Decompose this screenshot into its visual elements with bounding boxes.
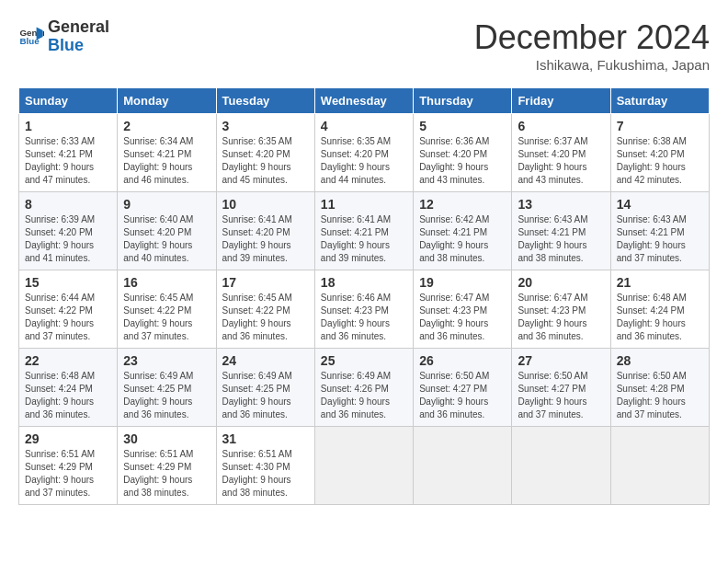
day-number: 31 <box>222 431 309 446</box>
day-number: 27 <box>518 353 604 368</box>
calendar-cell: 19 Sunrise: 6:47 AMSunset: 4:23 PMDaylig… <box>414 270 512 349</box>
day-info: Sunrise: 6:42 AMSunset: 4:21 PMDaylight:… <box>419 214 489 263</box>
day-number: 16 <box>123 275 210 290</box>
calendar-cell: 23 Sunrise: 6:49 AMSunset: 4:25 PMDaylig… <box>118 349 216 427</box>
day-number: 13 <box>518 197 604 212</box>
day-info: Sunrise: 6:44 AMSunset: 4:22 PMDaylight:… <box>25 293 95 341</box>
day-number: 7 <box>617 119 703 133</box>
col-saturday: Saturday <box>610 88 709 114</box>
day-info: Sunrise: 6:47 AMSunset: 4:23 PMDaylight:… <box>518 293 587 341</box>
day-info: Sunrise: 6:51 AMSunset: 4:30 PMDaylight:… <box>222 449 292 498</box>
day-number: 18 <box>321 275 407 290</box>
calendar-cell: 10 Sunrise: 6:41 AMSunset: 4:20 PMDaylig… <box>216 192 314 270</box>
day-info: Sunrise: 6:48 AMSunset: 4:24 PMDaylight:… <box>617 293 687 341</box>
col-friday: Friday <box>512 88 610 114</box>
calendar-row: 29 Sunrise: 6:51 AMSunset: 4:29 PMDaylig… <box>19 427 710 505</box>
calendar-table: Sunday Monday Tuesday Wednesday Thursday… <box>18 87 710 505</box>
calendar-row: 15 Sunrise: 6:44 AMSunset: 4:22 PMDaylig… <box>19 270 710 349</box>
calendar-cell: 5 Sunrise: 6:36 AMSunset: 4:20 PMDayligh… <box>414 114 512 192</box>
day-info: Sunrise: 6:41 AMSunset: 4:21 PMDaylight:… <box>321 214 391 263</box>
calendar-cell: 22 Sunrise: 6:48 AMSunset: 4:24 PMDaylig… <box>19 349 118 427</box>
day-number: 15 <box>25 275 111 290</box>
day-number: 10 <box>222 197 309 212</box>
calendar-cell: 28 Sunrise: 6:50 AMSunset: 4:28 PMDaylig… <box>610 349 709 427</box>
calendar-cell: 6 Sunrise: 6:37 AMSunset: 4:20 PMDayligh… <box>512 114 610 192</box>
day-number: 5 <box>419 119 506 133</box>
day-number: 23 <box>123 353 210 368</box>
day-number: 6 <box>518 119 604 133</box>
col-monday: Monday <box>118 88 216 114</box>
calendar-cell: 4 Sunrise: 6:35 AMSunset: 4:20 PMDayligh… <box>314 114 413 192</box>
calendar-cell: 3 Sunrise: 6:35 AMSunset: 4:20 PMDayligh… <box>216 114 314 192</box>
day-number: 11 <box>321 197 407 212</box>
day-number: 4 <box>321 119 407 133</box>
calendar-cell: 25 Sunrise: 6:49 AMSunset: 4:26 PMDaylig… <box>314 349 413 427</box>
day-info: Sunrise: 6:43 AMSunset: 4:21 PMDaylight:… <box>518 214 587 263</box>
calendar-row: 22 Sunrise: 6:48 AMSunset: 4:24 PMDaylig… <box>19 349 710 427</box>
day-number: 1 <box>25 119 111 133</box>
calendar-cell: 8 Sunrise: 6:39 AMSunset: 4:20 PMDayligh… <box>19 192 118 270</box>
day-info: Sunrise: 6:37 AMSunset: 4:20 PMDaylight:… <box>518 136 587 185</box>
calendar-cell: 16 Sunrise: 6:45 AMSunset: 4:22 PMDaylig… <box>118 270 216 349</box>
day-number: 30 <box>123 431 210 446</box>
day-number: 29 <box>25 431 111 446</box>
day-info: Sunrise: 6:46 AMSunset: 4:23 PMDaylight:… <box>321 293 391 341</box>
calendar-cell: 18 Sunrise: 6:46 AMSunset: 4:23 PMDaylig… <box>314 270 413 349</box>
calendar-cell: 27 Sunrise: 6:50 AMSunset: 4:27 PMDaylig… <box>512 349 610 427</box>
day-number: 3 <box>222 119 309 133</box>
calendar-cell: 2 Sunrise: 6:34 AMSunset: 4:21 PMDayligh… <box>118 114 216 192</box>
calendar-cell: 13 Sunrise: 6:43 AMSunset: 4:21 PMDaylig… <box>512 192 610 270</box>
day-info: Sunrise: 6:35 AMSunset: 4:20 PMDaylight:… <box>321 136 391 185</box>
day-number: 12 <box>419 197 506 212</box>
day-number: 17 <box>222 275 309 290</box>
day-info: Sunrise: 6:45 AMSunset: 4:22 PMDaylight:… <box>123 293 193 341</box>
day-info: Sunrise: 6:50 AMSunset: 4:27 PMDaylight:… <box>518 371 587 419</box>
day-info: Sunrise: 6:50 AMSunset: 4:27 PMDaylight:… <box>419 371 489 419</box>
day-info: Sunrise: 6:34 AMSunset: 4:21 PMDaylight:… <box>123 136 193 185</box>
calendar-cell: 31 Sunrise: 6:51 AMSunset: 4:30 PMDaylig… <box>216 427 314 505</box>
logo-icon: General Blue <box>18 24 44 50</box>
page-header: General Blue General Blue December 2024 … <box>18 18 710 73</box>
day-info: Sunrise: 6:49 AMSunset: 4:25 PMDaylight:… <box>123 371 193 419</box>
day-number: 21 <box>617 275 703 290</box>
day-number: 14 <box>617 197 703 212</box>
calendar-cell <box>610 427 709 505</box>
calendar-header-row: Sunday Monday Tuesday Wednesday Thursday… <box>19 88 710 114</box>
calendar-cell: 11 Sunrise: 6:41 AMSunset: 4:21 PMDaylig… <box>314 192 413 270</box>
calendar-cell <box>414 427 512 505</box>
day-info: Sunrise: 6:41 AMSunset: 4:20 PMDaylight:… <box>222 214 292 263</box>
month-title: December 2024 <box>474 18 710 57</box>
calendar-cell: 9 Sunrise: 6:40 AMSunset: 4:20 PMDayligh… <box>118 192 216 270</box>
col-tuesday: Tuesday <box>216 88 314 114</box>
calendar-cell: 7 Sunrise: 6:38 AMSunset: 4:20 PMDayligh… <box>610 114 709 192</box>
col-sunday: Sunday <box>19 88 118 114</box>
title-block: December 2024 Ishikawa, Fukushima, Japan <box>474 18 710 73</box>
calendar-cell <box>314 427 413 505</box>
day-info: Sunrise: 6:39 AMSunset: 4:20 PMDaylight:… <box>25 214 95 263</box>
logo-text: General Blue <box>48 18 109 55</box>
calendar-cell: 14 Sunrise: 6:43 AMSunset: 4:21 PMDaylig… <box>610 192 709 270</box>
day-info: Sunrise: 6:45 AMSunset: 4:22 PMDaylight:… <box>222 293 292 341</box>
day-number: 22 <box>25 353 111 368</box>
location-subtitle: Ishikawa, Fukushima, Japan <box>474 57 710 73</box>
day-number: 28 <box>617 353 703 368</box>
calendar-cell: 12 Sunrise: 6:42 AMSunset: 4:21 PMDaylig… <box>414 192 512 270</box>
day-number: 24 <box>222 353 309 368</box>
calendar-cell <box>512 427 610 505</box>
day-number: 25 <box>321 353 407 368</box>
day-number: 19 <box>419 275 506 290</box>
day-info: Sunrise: 6:43 AMSunset: 4:21 PMDaylight:… <box>617 214 687 263</box>
calendar-cell: 20 Sunrise: 6:47 AMSunset: 4:23 PMDaylig… <box>512 270 610 349</box>
calendar-row: 1 Sunrise: 6:33 AMSunset: 4:21 PMDayligh… <box>19 114 710 192</box>
day-info: Sunrise: 6:48 AMSunset: 4:24 PMDaylight:… <box>25 371 95 419</box>
calendar-cell: 24 Sunrise: 6:49 AMSunset: 4:25 PMDaylig… <box>216 349 314 427</box>
day-number: 26 <box>419 353 506 368</box>
day-info: Sunrise: 6:36 AMSunset: 4:20 PMDaylight:… <box>419 136 489 185</box>
day-info: Sunrise: 6:49 AMSunset: 4:25 PMDaylight:… <box>222 371 292 419</box>
day-info: Sunrise: 6:51 AMSunset: 4:29 PMDaylight:… <box>25 449 95 498</box>
day-info: Sunrise: 6:50 AMSunset: 4:28 PMDaylight:… <box>617 371 687 419</box>
logo: General Blue General Blue <box>18 18 109 55</box>
day-info: Sunrise: 6:35 AMSunset: 4:20 PMDaylight:… <box>222 136 292 185</box>
calendar-row: 8 Sunrise: 6:39 AMSunset: 4:20 PMDayligh… <box>19 192 710 270</box>
day-number: 8 <box>25 197 111 212</box>
